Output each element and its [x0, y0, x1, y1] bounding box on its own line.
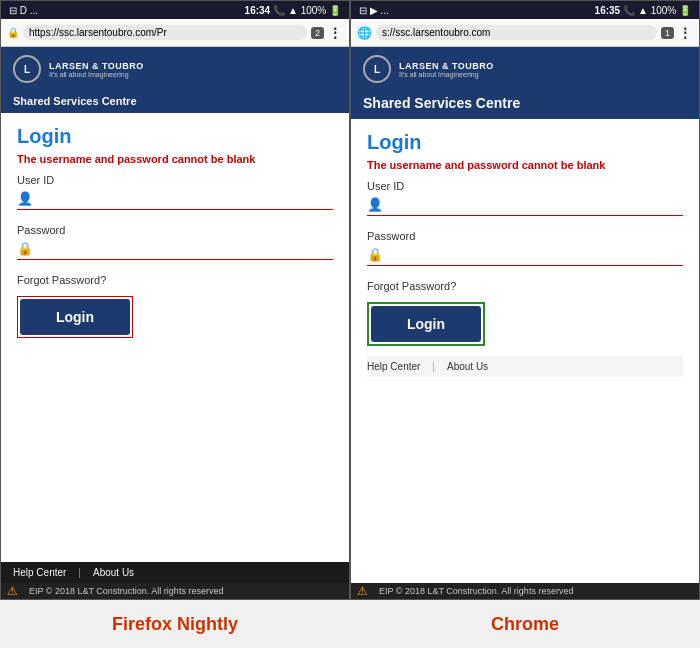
right-copyright-bar: ⚠ EIP © 2018 L&T Construction. All right…: [351, 583, 699, 599]
left-services-title: Shared Services Centre: [1, 91, 349, 113]
right-company-tagline: It's all about Imagineering: [399, 71, 494, 78]
logo-letter: L: [24, 64, 30, 75]
left-forgot-password[interactable]: Forgot Password?: [17, 274, 333, 286]
right-status-right: 16:35 📞 ▲ 100% 🔋: [595, 5, 691, 16]
company-name: LARSEN & TOUBRO: [49, 61, 144, 71]
menu-dots-button[interactable]: ⋮: [328, 25, 343, 41]
firefox-label-cell: Firefox Nightly: [0, 600, 350, 648]
left-error-message: The username and password cannot be blan…: [17, 152, 333, 166]
left-login-card: Login The username and password cannot b…: [1, 113, 349, 562]
right-error-message: The username and password cannot be blan…: [367, 158, 683, 172]
left-password-input[interactable]: [39, 239, 333, 257]
company-info: LARSEN & TOUBRO It's all about Imagineer…: [49, 61, 144, 78]
right-site-header: L LARSEN & TOUBRO It's all about Imagine…: [351, 47, 699, 91]
chrome-caption: Chrome: [491, 614, 559, 635]
tab-count-badge[interactable]: 2: [311, 27, 324, 39]
left-site-header: L LARSEN & TOUBRO It's all about Imagine…: [1, 47, 349, 91]
right-company-name: LARSEN & TOUBRO: [399, 61, 494, 71]
left-help-center-link[interactable]: Help Center: [13, 567, 66, 578]
left-userid-input[interactable]: [39, 189, 333, 207]
chrome-label-cell: Chrome: [350, 600, 700, 648]
right-footer: Help Center | About Us: [367, 356, 683, 377]
connectivity-icons: 📞 ▲ 100% 🔋: [273, 5, 341, 16]
right-password-label: Password: [367, 230, 683, 242]
left-login-button-wrapper: Login: [17, 296, 133, 338]
status-right-icons: 16:34 📞 ▲ 100% 🔋: [245, 5, 341, 16]
right-copyright-icon: ⚠: [357, 584, 368, 598]
right-address-bar: 🌐 1 ⋮: [351, 19, 699, 47]
right-url-input[interactable]: [376, 25, 657, 40]
status-left-icons: ⊟ D ...: [9, 5, 38, 16]
right-services-title: Shared Services Centre: [351, 91, 699, 119]
left-password-label: Password: [17, 224, 333, 236]
left-copyright-bar: ⚠ EIP © 2018 L&T Construction. All right…: [1, 583, 349, 599]
right-user-icon: 👤: [367, 197, 383, 212]
right-help-center-link[interactable]: Help Center: [367, 361, 420, 372]
right-login-button-wrapper: Login: [367, 302, 485, 346]
right-about-us-link[interactable]: About Us: [447, 361, 488, 372]
user-icon: 👤: [17, 191, 33, 206]
right-copyright-text: EIP © 2018 L&T Construction. All rights …: [379, 586, 573, 596]
globe-icon: 🌐: [357, 26, 372, 40]
left-status-bar: ⊟ D ... 16:34 📞 ▲ 100% 🔋: [1, 1, 349, 19]
right-lock-field-icon: 🔒: [367, 247, 383, 262]
url-input[interactable]: [23, 25, 307, 40]
lock-field-icon: 🔒: [17, 241, 33, 256]
right-time-display: 16:35: [595, 5, 621, 16]
right-company-info: LARSEN & TOUBRO It's all about Imagineer…: [399, 61, 494, 78]
notification-icons: ⊟ D ...: [9, 5, 38, 16]
right-userid-input[interactable]: [389, 195, 683, 213]
left-login-button[interactable]: Login: [20, 299, 130, 335]
right-userid-wrapper: 👤: [367, 195, 683, 216]
firefox-caption: Firefox Nightly: [112, 614, 238, 635]
right-userid-label: User ID: [367, 180, 683, 192]
bottom-labels-row: Firefox Nightly Chrome: [0, 600, 700, 648]
right-page-content: L LARSEN & TOUBRO It's all about Imagine…: [351, 47, 699, 599]
right-login-title: Login: [367, 131, 683, 154]
left-userid-label: User ID: [17, 174, 333, 186]
copyright-icon: ⚠: [7, 584, 18, 598]
left-password-wrapper: 🔒: [17, 239, 333, 260]
time-display: 16:34: [245, 5, 271, 16]
right-notification-icons: ⊟ ▶ ...: [359, 5, 389, 16]
right-connectivity-icons: 📞 ▲ 100% 🔋: [623, 5, 691, 16]
footer-divider: |: [78, 567, 81, 578]
left-address-bar: 🔒 2 ⋮: [1, 19, 349, 47]
right-login-card: Login The username and password cannot b…: [351, 119, 699, 583]
lock-icon: 🔒: [7, 27, 19, 38]
right-password-input[interactable]: [389, 245, 683, 263]
left-phone: ⊟ D ... 16:34 📞 ▲ 100% 🔋 🔒 2 ⋮ L LARSEN …: [0, 0, 350, 600]
right-footer-divider: |: [432, 361, 435, 372]
left-userid-wrapper: 👤: [17, 189, 333, 210]
left-login-title: Login: [17, 125, 333, 148]
left-page-content: L LARSEN & TOUBRO It's all about Imagine…: [1, 47, 349, 599]
right-status-left: ⊟ ▶ ...: [359, 5, 389, 16]
left-copyright-text: EIP © 2018 L&T Construction. All rights …: [29, 586, 223, 596]
logo-circle: L: [13, 55, 41, 83]
right-menu-dots-button[interactable]: ⋮: [678, 25, 693, 41]
right-phone: ⊟ ▶ ... 16:35 📞 ▲ 100% 🔋 🌐 1 ⋮ L LARSEN …: [350, 0, 700, 600]
left-about-us-link[interactable]: About Us: [93, 567, 134, 578]
right-forgot-password[interactable]: Forgot Password?: [367, 280, 683, 292]
right-status-bar: ⊟ ▶ ... 16:35 📞 ▲ 100% 🔋: [351, 1, 699, 19]
right-tab-count-badge[interactable]: 1: [661, 27, 674, 39]
right-logo-letter: L: [374, 64, 380, 75]
right-login-button[interactable]: Login: [371, 306, 481, 342]
right-password-wrapper: 🔒: [367, 245, 683, 266]
right-logo-circle: L: [363, 55, 391, 83]
company-tagline: It's all about Imagineering: [49, 71, 144, 78]
left-footer: Help Center | About Us: [1, 562, 349, 583]
